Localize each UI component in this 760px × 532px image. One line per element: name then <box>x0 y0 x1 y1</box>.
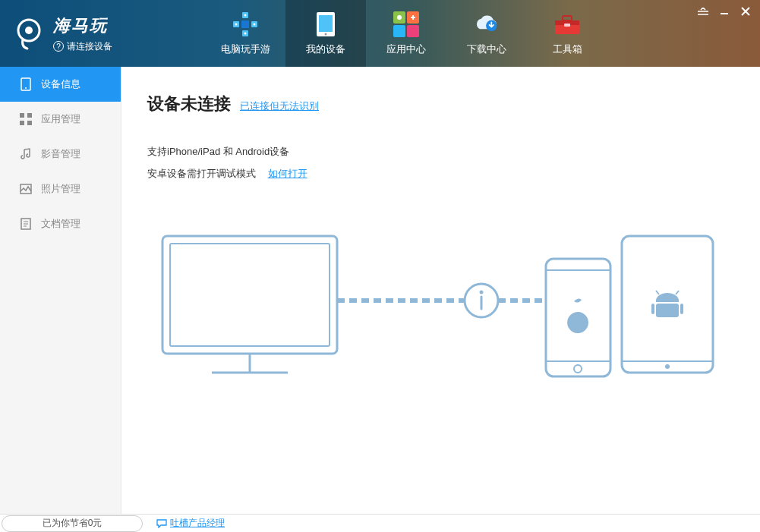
svg-rect-22 <box>563 16 572 20</box>
svg-point-18 <box>397 15 402 20</box>
svg-point-49 <box>665 364 670 369</box>
sidebar-item-label: 照片管理 <box>41 182 80 196</box>
how-to-open-link[interactable]: 如何打开 <box>268 168 307 179</box>
savings-badge: 已为你节省0元 <box>2 515 143 532</box>
minimize-icon[interactable] <box>717 5 731 18</box>
apps-icon <box>20 113 32 125</box>
nav-pc-play[interactable]: 电脑玩手游 <box>205 0 285 67</box>
svg-rect-53 <box>651 304 654 314</box>
svg-line-51 <box>656 291 659 294</box>
svg-rect-29 <box>20 121 24 125</box>
help-icon: ? <box>53 41 64 52</box>
device-icon <box>20 78 32 90</box>
sidebar-item-label: 文档管理 <box>41 217 80 231</box>
app-logo-icon <box>11 15 47 52</box>
svg-rect-17 <box>407 25 419 37</box>
svg-point-7 <box>244 14 247 17</box>
feedback-link[interactable]: 吐槽产品经理 <box>156 517 225 530</box>
svg-rect-50 <box>656 304 679 317</box>
svg-rect-23 <box>564 24 570 27</box>
content-area: 设备未连接 已连接但无法识别 支持iPhone/iPad 和 Android设备… <box>121 67 760 514</box>
support-text: 支持iPhone/iPad 和 Android设备 <box>147 141 760 163</box>
gamepad-icon <box>232 11 259 38</box>
sidebar-item-label: 影音管理 <box>41 147 80 161</box>
svg-rect-37 <box>170 244 330 346</box>
brand-title: 海马玩 <box>53 14 112 37</box>
svg-point-46 <box>574 365 582 373</box>
nav-my-device[interactable]: 我的设备 <box>285 0 366 67</box>
top-nav: 电脑玩手游 我的设备 <box>205 0 607 67</box>
sidebar-item-media-manage[interactable]: 影音管理 <box>0 137 121 172</box>
svg-line-52 <box>676 291 679 294</box>
sidebar-item-label: 设备信息 <box>41 77 80 91</box>
sidebar-item-doc-manage[interactable]: 文档管理 <box>0 206 121 241</box>
sidebar: 设备信息 应用管理 影音管理 照片管理 <box>0 67 121 514</box>
header: 海马玩 ? 请连接设备 <box>0 0 760 67</box>
page-title: 设备未连接 <box>147 93 231 115</box>
status-bar: 已为你节省0元 吐槽产品经理 <box>0 514 760 532</box>
svg-rect-16 <box>393 25 405 37</box>
nav-app-center[interactable]: 应用中心 <box>366 0 446 67</box>
photo-icon <box>20 183 32 195</box>
menu-icon[interactable] <box>696 5 710 18</box>
svg-point-8 <box>244 33 247 35</box>
nav-download-center[interactable]: 下载中心 <box>446 0 527 67</box>
svg-point-10 <box>254 24 256 26</box>
cloud-download-icon <box>473 11 500 38</box>
sidebar-item-device-info[interactable]: 设备信息 <box>0 67 121 102</box>
sidebar-item-app-manage[interactable]: 应用管理 <box>0 102 121 137</box>
chat-icon <box>156 519 167 528</box>
svg-point-1 <box>25 27 33 34</box>
svg-rect-30 <box>27 121 32 125</box>
sidebar-item-photo-manage[interactable]: 照片管理 <box>0 172 121 206</box>
connection-illustration <box>147 221 760 403</box>
svg-rect-54 <box>680 304 683 314</box>
svg-rect-36 <box>162 236 337 354</box>
apps-grid-icon <box>393 11 420 38</box>
svg-point-13 <box>325 33 327 36</box>
svg-point-26 <box>25 87 27 89</box>
music-icon <box>20 148 32 160</box>
toolbox-icon <box>553 11 581 38</box>
close-icon[interactable] <box>739 5 752 18</box>
sidebar-item-label: 应用管理 <box>41 112 80 126</box>
svg-point-9 <box>235 24 238 26</box>
brand-subtitle[interactable]: ? 请连接设备 <box>53 40 112 53</box>
svg-rect-12 <box>319 15 333 32</box>
svg-rect-28 <box>27 113 32 118</box>
svg-rect-27 <box>20 113 24 118</box>
brand: 海马玩 ? 请连接设备 <box>0 14 205 53</box>
phone-icon <box>312 11 339 38</box>
document-icon <box>20 218 32 230</box>
unrecognized-link[interactable]: 已连接但无法识别 <box>240 99 319 113</box>
window-controls <box>696 5 752 18</box>
svg-point-41 <box>480 291 484 294</box>
android-debug-text: 安卓设备需打开调试模式 <box>147 168 256 179</box>
nav-toolbox[interactable]: 工具箱 <box>527 0 607 67</box>
svg-rect-6 <box>241 20 249 28</box>
